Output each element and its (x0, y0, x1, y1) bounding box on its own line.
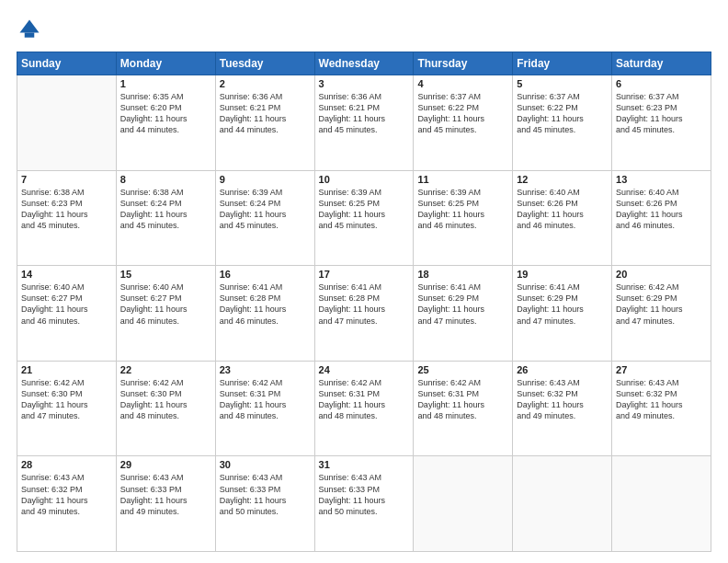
calendar-cell: 2Sunrise: 6:36 AM Sunset: 6:21 PM Daylig… (215, 75, 314, 171)
calendar-header-row: SundayMondayTuesdayWednesdayThursdayFrid… (17, 52, 711, 75)
day-number: 10 (319, 174, 410, 185)
day-number: 6 (616, 78, 707, 89)
day-number: 2 (220, 78, 311, 89)
day-info: Sunrise: 6:36 AM Sunset: 6:21 PM Dayligh… (319, 91, 410, 136)
day-number: 20 (616, 269, 707, 280)
day-number: 12 (517, 174, 608, 185)
calendar-cell: 21Sunrise: 6:42 AM Sunset: 6:30 PM Dayli… (17, 361, 117, 456)
day-number: 8 (120, 174, 211, 185)
day-info: Sunrise: 6:43 AM Sunset: 6:32 PM Dayligh… (517, 377, 608, 422)
day-number: 19 (517, 269, 608, 280)
calendar-weekday-header: Sunday (17, 52, 117, 75)
day-number: 25 (417, 364, 508, 375)
calendar-cell: 8Sunrise: 6:38 AM Sunset: 6:24 PM Daylig… (116, 170, 215, 266)
day-info: Sunrise: 6:42 AM Sunset: 6:30 PM Dayligh… (120, 377, 211, 422)
day-info: Sunrise: 6:39 AM Sunset: 6:25 PM Dayligh… (417, 187, 508, 232)
calendar-weekday-header: Friday (513, 52, 612, 75)
day-info: Sunrise: 6:40 AM Sunset: 6:27 PM Dayligh… (120, 282, 211, 327)
calendar-cell: 26Sunrise: 6:43 AM Sunset: 6:32 PM Dayli… (513, 361, 612, 456)
svg-marker-0 (20, 20, 40, 33)
calendar-week-row: 1Sunrise: 6:35 AM Sunset: 6:20 PM Daylig… (17, 75, 711, 171)
calendar-weekday-header: Monday (116, 52, 215, 75)
calendar-cell: 9Sunrise: 6:39 AM Sunset: 6:24 PM Daylig… (215, 170, 314, 266)
day-number: 17 (319, 269, 410, 280)
day-info: Sunrise: 6:42 AM Sunset: 6:29 PM Dayligh… (616, 282, 707, 327)
day-info: Sunrise: 6:43 AM Sunset: 6:33 PM Dayligh… (120, 472, 211, 517)
day-info: Sunrise: 6:37 AM Sunset: 6:23 PM Dayligh… (616, 91, 707, 136)
day-number: 4 (417, 78, 508, 89)
calendar-cell: 14Sunrise: 6:40 AM Sunset: 6:27 PM Dayli… (17, 266, 117, 362)
day-info: Sunrise: 6:37 AM Sunset: 6:22 PM Dayligh… (417, 91, 508, 136)
page: SundayMondayTuesdayWednesdayThursdayFrid… (0, 0, 728, 563)
day-number: 26 (517, 364, 608, 375)
day-number: 22 (120, 364, 211, 375)
calendar-weekday-header: Thursday (414, 52, 513, 75)
calendar-cell: 25Sunrise: 6:42 AM Sunset: 6:31 PM Dayli… (414, 361, 513, 456)
calendar-cell: 16Sunrise: 6:41 AM Sunset: 6:28 PM Dayli… (215, 266, 314, 362)
day-info: Sunrise: 6:41 AM Sunset: 6:29 PM Dayligh… (417, 282, 508, 327)
calendar-cell: 7Sunrise: 6:38 AM Sunset: 6:23 PM Daylig… (17, 170, 117, 266)
day-info: Sunrise: 6:43 AM Sunset: 6:32 PM Dayligh… (616, 377, 707, 422)
day-number: 30 (220, 459, 311, 470)
calendar-cell (513, 456, 612, 552)
day-number: 16 (220, 269, 311, 280)
calendar-cell: 18Sunrise: 6:41 AM Sunset: 6:29 PM Dayli… (414, 266, 513, 362)
calendar-cell: 31Sunrise: 6:43 AM Sunset: 6:33 PM Dayli… (314, 456, 414, 552)
calendar-cell: 11Sunrise: 6:39 AM Sunset: 6:25 PM Dayli… (414, 170, 513, 266)
calendar-cell: 27Sunrise: 6:43 AM Sunset: 6:32 PM Dayli… (612, 361, 711, 456)
calendar-cell: 4Sunrise: 6:37 AM Sunset: 6:22 PM Daylig… (414, 75, 513, 171)
day-number: 1 (120, 78, 211, 89)
calendar-cell: 10Sunrise: 6:39 AM Sunset: 6:25 PM Dayli… (314, 170, 414, 266)
calendar-cell: 15Sunrise: 6:40 AM Sunset: 6:27 PM Dayli… (116, 266, 215, 362)
header (17, 17, 711, 42)
day-info: Sunrise: 6:41 AM Sunset: 6:28 PM Dayligh… (220, 282, 311, 327)
calendar-weekday-header: Wednesday (314, 52, 414, 75)
day-number: 7 (21, 174, 112, 185)
day-info: Sunrise: 6:42 AM Sunset: 6:31 PM Dayligh… (417, 377, 508, 422)
calendar-cell: 6Sunrise: 6:37 AM Sunset: 6:23 PM Daylig… (612, 75, 711, 171)
calendar-cell: 13Sunrise: 6:40 AM Sunset: 6:26 PM Dayli… (612, 170, 711, 266)
day-info: Sunrise: 6:36 AM Sunset: 6:21 PM Dayligh… (220, 91, 311, 136)
calendar-week-row: 14Sunrise: 6:40 AM Sunset: 6:27 PM Dayli… (17, 266, 711, 362)
calendar-cell: 24Sunrise: 6:42 AM Sunset: 6:31 PM Dayli… (314, 361, 414, 456)
day-info: Sunrise: 6:42 AM Sunset: 6:30 PM Dayligh… (21, 377, 112, 422)
calendar-week-row: 28Sunrise: 6:43 AM Sunset: 6:32 PM Dayli… (17, 456, 711, 552)
day-number: 11 (417, 174, 508, 185)
day-info: Sunrise: 6:41 AM Sunset: 6:29 PM Dayligh… (517, 282, 608, 327)
day-info: Sunrise: 6:43 AM Sunset: 6:32 PM Dayligh… (21, 472, 112, 517)
day-number: 5 (517, 78, 608, 89)
day-number: 23 (220, 364, 311, 375)
day-info: Sunrise: 6:40 AM Sunset: 6:26 PM Dayligh… (616, 187, 707, 232)
day-info: Sunrise: 6:38 AM Sunset: 6:24 PM Dayligh… (120, 187, 211, 232)
day-number: 9 (220, 174, 311, 185)
day-number: 29 (120, 459, 211, 470)
day-info: Sunrise: 6:37 AM Sunset: 6:22 PM Dayligh… (517, 91, 608, 136)
day-number: 28 (21, 459, 112, 470)
calendar-cell: 5Sunrise: 6:37 AM Sunset: 6:22 PM Daylig… (513, 75, 612, 171)
calendar-cell (17, 75, 117, 171)
day-info: Sunrise: 6:35 AM Sunset: 6:20 PM Dayligh… (120, 91, 211, 136)
calendar-cell: 28Sunrise: 6:43 AM Sunset: 6:32 PM Dayli… (17, 456, 117, 552)
calendar-cell: 30Sunrise: 6:43 AM Sunset: 6:33 PM Dayli… (215, 456, 314, 552)
calendar-weekday-header: Saturday (612, 52, 711, 75)
calendar-cell (414, 456, 513, 552)
day-info: Sunrise: 6:40 AM Sunset: 6:26 PM Dayligh… (517, 187, 608, 232)
day-info: Sunrise: 6:38 AM Sunset: 6:23 PM Dayligh… (21, 187, 112, 232)
day-number: 14 (21, 269, 112, 280)
calendar-cell: 17Sunrise: 6:41 AM Sunset: 6:28 PM Dayli… (314, 266, 414, 362)
calendar-cell: 12Sunrise: 6:40 AM Sunset: 6:26 PM Dayli… (513, 170, 612, 266)
day-info: Sunrise: 6:42 AM Sunset: 6:31 PM Dayligh… (220, 377, 311, 422)
calendar-week-row: 21Sunrise: 6:42 AM Sunset: 6:30 PM Dayli… (17, 361, 711, 456)
calendar-cell (612, 456, 711, 552)
day-number: 24 (319, 364, 410, 375)
calendar-cell: 3Sunrise: 6:36 AM Sunset: 6:21 PM Daylig… (314, 75, 414, 171)
day-info: Sunrise: 6:41 AM Sunset: 6:28 PM Dayligh… (319, 282, 410, 327)
day-number: 31 (319, 459, 410, 470)
day-number: 15 (120, 269, 211, 280)
calendar-cell: 29Sunrise: 6:43 AM Sunset: 6:33 PM Dayli… (116, 456, 215, 552)
calendar-cell: 19Sunrise: 6:41 AM Sunset: 6:29 PM Dayli… (513, 266, 612, 362)
day-number: 13 (616, 174, 707, 185)
day-number: 18 (417, 269, 508, 280)
day-info: Sunrise: 6:39 AM Sunset: 6:24 PM Dayligh… (220, 187, 311, 232)
svg-rect-1 (25, 33, 35, 38)
